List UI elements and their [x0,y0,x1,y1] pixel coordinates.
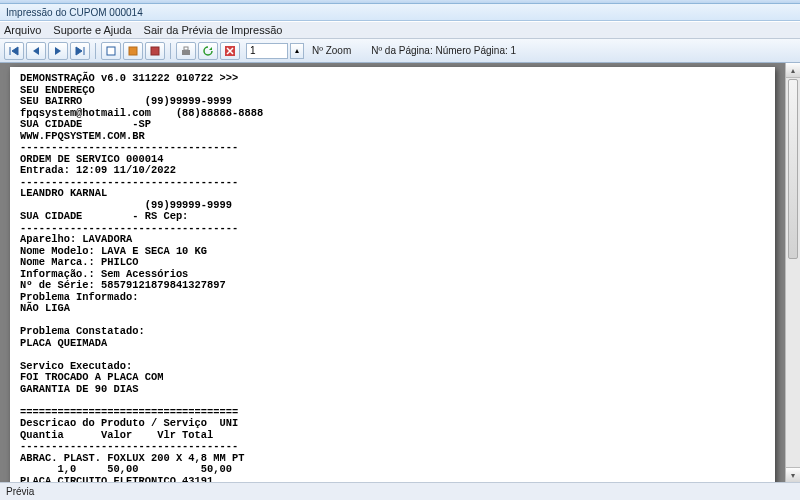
zoom-value: 1 [250,45,256,56]
receipt-line: NÃO LIGA [20,302,70,314]
toolbar: 1 ▴ Nº Zoom Nº da Página: Número Página:… [0,39,800,63]
menu-bar: Arquivo Suporte e Ajuda Sair da Prévia d… [0,21,800,39]
receipt-line: SUA CIDADE - RS Cep: [20,210,188,222]
refresh-button[interactable] [198,42,218,60]
page-number-label: Nº da Página: Número Página: 1 [371,45,516,56]
receipt-line: (99)99999-9999 [20,199,232,211]
svg-rect-4 [184,47,188,50]
zoom-stepper[interactable]: ▴ [290,43,304,59]
receipt-line: WWW.FPQSYSTEM.COM.BR [20,130,145,142]
zoom-input[interactable]: 1 [246,43,288,59]
svg-rect-3 [182,50,190,55]
receipt-line: DEMONSTRAÇÃO v6.0 311222 010722 >>> [20,72,238,84]
menu-file[interactable]: Arquivo [4,24,41,36]
receipt-line: Nº de Série: 58579121879841327897 [20,279,226,291]
receipt-line: Descricao do Produto / Serviço UNI [20,417,238,429]
receipt-line: ABRAC. PLAST. FOXLUX 200 X 4,8 MM PT [20,452,244,464]
receipt-separator: ----------------------------------- [20,222,238,234]
prev-page-button[interactable] [26,42,46,60]
svg-rect-1 [129,47,137,55]
scroll-down-button[interactable]: ▾ [786,467,800,482]
first-page-button[interactable] [4,42,24,60]
vertical-scrollbar[interactable]: ▴ ▾ [785,63,800,482]
svg-rect-2 [151,47,159,55]
receipt-line: PLACA CIRCUITO ELETRONICO 43191 [20,475,213,483]
status-text: Prévia [6,486,34,497]
window-title: Impressão do CUPOM 000014 [6,7,143,18]
receipt-line: Aparelho: LAVADORA [20,233,132,245]
scroll-thumb[interactable] [788,79,798,259]
receipt-line: Problema Constatado: [20,325,145,337]
next-page-button[interactable] [48,42,68,60]
menu-help[interactable]: Suporte e Ajuda [53,24,131,36]
receipt-line: fpqsystem@hotmail.com (88)88888-8888 [20,107,263,119]
toolbar-separator [170,43,171,59]
zoom-label: Nº Zoom [312,45,351,56]
receipt-line: LEANDRO KARNAL [20,187,107,199]
receipt-separator: ----------------------------------- [20,141,238,153]
receipt-line: ORDEM DE SERVICO 000014 [20,153,163,165]
receipt-line: 1,0 50,00 50,00 [20,463,232,475]
receipt-line: SEU ENDEREÇO [20,84,95,96]
receipt-content: DEMONSTRAÇÃO v6.0 311222 010722 >>> SEU … [20,73,765,482]
last-page-button[interactable] [70,42,90,60]
window-titlebar: Impressão do CUPOM 000014 [0,4,800,21]
receipt-line: PLACA QUEIMADA [20,337,107,349]
svg-rect-0 [107,47,115,55]
receipt-line: Nome Modelo: LAVA E SECA 10 KG [20,245,207,257]
close-button[interactable] [220,42,240,60]
receipt-line: FOI TROCADO A PLACA COM [20,371,163,383]
receipt-line: Nome Marca.: PHILCO [20,256,138,268]
receipt-line: Quantia Valor Vlr Total [20,429,213,441]
receipt-line: SEU BAIRRO (99)99999-9999 [20,95,232,107]
preview-area: DEMONSTRAÇÃO v6.0 311222 010722 >>> SEU … [0,63,800,482]
menu-exit-preview[interactable]: Sair da Prévia de Impressão [144,24,283,36]
receipt-separator: =================================== [20,406,238,418]
receipt-separator: ----------------------------------- [20,176,238,188]
receipt-line: Servico Executado: [20,360,132,372]
print-button[interactable] [176,42,196,60]
receipt-separator: ----------------------------------- [20,440,238,452]
actual-size-button[interactable] [145,42,165,60]
whole-page-button[interactable] [101,42,121,60]
receipt-line: GARANTIA DE 90 DIAS [20,383,138,395]
status-bar: Prévia [0,482,800,500]
receipt-line: Problema Informado: [20,291,138,303]
receipt-line: SUA CIDADE -SP [20,118,151,130]
receipt-line: Entrada: 12:09 11/10/2022 [20,164,176,176]
page-width-button[interactable] [123,42,143,60]
preview-page: DEMONSTRAÇÃO v6.0 311222 010722 >>> SEU … [10,67,775,482]
scroll-up-button[interactable]: ▴ [786,63,800,78]
receipt-line: Informação.: Sem Acessórios [20,268,188,280]
toolbar-separator [95,43,96,59]
